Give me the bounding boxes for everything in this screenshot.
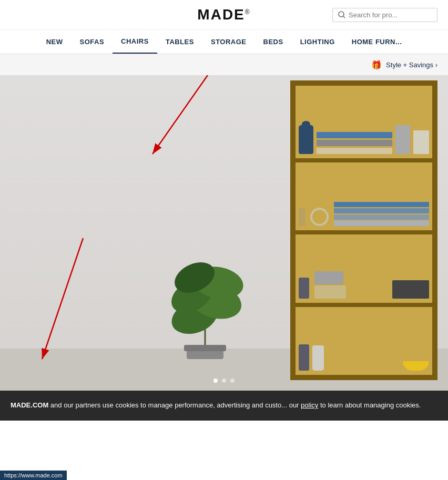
circle-decor bbox=[310, 208, 329, 226]
svg-line-1 bbox=[343, 16, 345, 18]
dark-box bbox=[392, 280, 429, 299]
carousel-dot-2[interactable] bbox=[222, 379, 226, 383]
logo-sup: ® bbox=[245, 8, 251, 16]
carousel-dot-1[interactable] bbox=[213, 379, 218, 383]
vase-left bbox=[299, 344, 309, 371]
nav-item-chairs[interactable]: CHAIRS bbox=[113, 30, 157, 54]
main-nav: NEW SOFAS CHAIRS TABLES STORAGE BEDS LIG… bbox=[0, 30, 448, 54]
hero-banner bbox=[0, 75, 448, 391]
book-beige bbox=[317, 148, 392, 154]
plant-illustration bbox=[163, 243, 247, 364]
bookshelf-illustration bbox=[290, 80, 448, 385]
svg-point-0 bbox=[339, 12, 344, 17]
beige-box bbox=[314, 285, 346, 299]
book-3 bbox=[334, 215, 429, 220]
promo-bar: 🎁 Style + Savings › bbox=[0, 54, 448, 75]
nav-item-tables[interactable]: TABLES bbox=[157, 30, 202, 53]
nav-item-home-furn[interactable]: HOME FURN... bbox=[343, 30, 411, 53]
nav-item-beds[interactable]: BEDS bbox=[255, 30, 292, 53]
dark-vase bbox=[299, 125, 313, 154]
search-bar[interactable] bbox=[332, 8, 437, 22]
nav-item-sofas[interactable]: SOFAS bbox=[72, 30, 113, 53]
carousel-dots bbox=[213, 379, 235, 383]
cookie-text: MADE.COM and our partners use cookies to… bbox=[11, 400, 437, 411]
small-vase bbox=[299, 278, 309, 299]
gift-icon: 🎁 bbox=[371, 60, 382, 70]
shelf-row-1 bbox=[296, 86, 432, 158]
metal-stick bbox=[299, 208, 305, 226]
shelf-row-3 bbox=[296, 230, 432, 303]
cookie-message-after: to learn about managing cookies. bbox=[320, 401, 421, 409]
book-4 bbox=[334, 221, 429, 226]
vase-white bbox=[312, 345, 324, 371]
cookie-banner: MADE.COM and our partners use cookies to… bbox=[0, 391, 448, 421]
svg-rect-9 bbox=[184, 345, 226, 351]
metal-decor bbox=[395, 125, 410, 154]
search-icon bbox=[338, 11, 345, 18]
url-text: https://www.made.com bbox=[4, 472, 63, 478]
book-blue bbox=[317, 132, 392, 138]
promo-text[interactable]: Style + Savings › bbox=[386, 61, 437, 69]
shelf-row-2 bbox=[296, 158, 432, 231]
shelf-row-4 bbox=[296, 303, 432, 375]
search-input[interactable] bbox=[349, 11, 432, 19]
cookie-message: and our partners use cookies to manage p… bbox=[50, 401, 301, 409]
yellow-bowl bbox=[403, 361, 429, 371]
book-1 bbox=[334, 202, 429, 207]
nav-item-lighting[interactable]: LIGHTING bbox=[292, 30, 343, 53]
site-logo[interactable]: MADE® bbox=[197, 6, 250, 23]
nav-item-new[interactable]: NEW bbox=[38, 30, 72, 53]
cookie-brand: MADE.COM bbox=[11, 401, 48, 409]
shelf-frame bbox=[290, 80, 437, 380]
white-decor bbox=[413, 130, 429, 154]
gray-box bbox=[314, 271, 343, 284]
url-bar: https://www.made.com bbox=[0, 471, 67, 480]
nav-item-storage[interactable]: STORAGE bbox=[202, 30, 255, 53]
site-header: MADE® bbox=[0, 0, 448, 30]
book-gray bbox=[317, 140, 392, 146]
logo-text: MADE bbox=[197, 6, 245, 23]
book-2 bbox=[334, 208, 429, 213]
carousel-dot-3[interactable] bbox=[230, 379, 235, 383]
cookie-policy-link[interactable]: policy bbox=[301, 401, 318, 409]
